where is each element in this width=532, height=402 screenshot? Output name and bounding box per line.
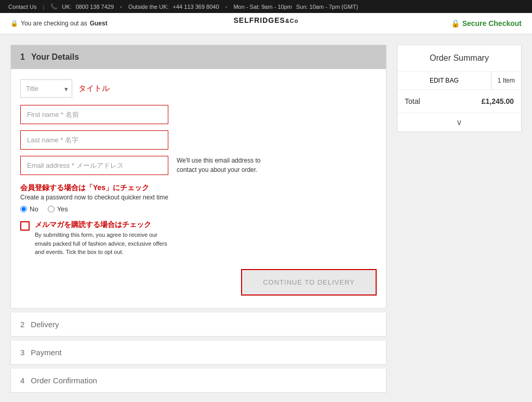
site-logo[interactable]: SELFRIDGES&Co — [233, 16, 298, 30]
radio-yes-text: Yes — [57, 205, 68, 213]
chevron-down-icon[interactable]: ∨ — [397, 113, 521, 131]
newsletter-desc: By submitting this form, you agree to re… — [35, 231, 170, 257]
uk-label: UK: — [62, 4, 71, 10]
main-container: 1 Your Details Title Mr Mrs Ms Miss Dr — [0, 34, 532, 402]
email-row: We'll use this email address to contact … — [20, 156, 377, 175]
step1-header: 1 Your Details — [11, 45, 386, 69]
phone-icon: 📞 — [50, 3, 58, 10]
total-label: Total — [405, 97, 420, 105]
newsletter-text: メルマガを購読する場合はチェック By submitting this form… — [35, 220, 170, 257]
item-count: 1 Item — [491, 72, 521, 89]
last-name-input[interactable] — [20, 130, 168, 150]
step4-title: Order Confirmation — [31, 376, 97, 385]
account-section: 会員登録する場合は「Yes」にチェック Create a password no… — [20, 183, 377, 213]
title-select[interactable]: Title Mr Mrs Ms Miss Dr — [20, 79, 72, 98]
hours-sun: Sun: 10am - 7pm (GMT) — [296, 4, 358, 10]
logo-main: SELFRIDGES — [233, 16, 285, 24]
radio-row: No Yes — [20, 205, 377, 213]
title-label-ja: タイトル — [78, 84, 110, 93]
email-note: We'll use this email address to contact … — [177, 156, 270, 175]
secure-checkout-text: Secure Checkout — [462, 19, 522, 28]
top-bar: Contact Us | 📞 UK: 0800 138 7429 • Outsi… — [0, 0, 532, 13]
first-name-input[interactable] — [20, 105, 168, 124]
edit-bag-button[interactable]: EDIT BAG — [397, 72, 491, 89]
account-heading-ja: 会員登録する場合は「Yes」にチェック — [20, 183, 377, 193]
hours-mon-sat: Mon - Sat: 9am - 10pm — [233, 4, 292, 10]
contact-us-link[interactable]: Contact Us — [8, 4, 36, 10]
radio-yes-label[interactable]: Yes — [48, 205, 68, 213]
step3-number: 3 — [20, 348, 24, 357]
guest-prefix: You are checking out as — [21, 20, 87, 27]
step2-title: Delivery — [31, 320, 59, 329]
checkbox-wrap — [20, 221, 30, 232]
logo-suffix: &Co — [285, 18, 299, 24]
continue-to-delivery-button[interactable]: CONTINUE TO DELIVERY — [241, 269, 377, 296]
order-summary-tabs: EDIT BAG 1 Item — [397, 72, 521, 90]
outside-phone: +44 113 369 8040 — [173, 4, 219, 10]
step2-section: 2 Delivery — [10, 313, 387, 337]
account-heading-en: Create a password now to checkout quicke… — [20, 194, 377, 201]
order-summary-title: Order Summary — [397, 45, 521, 72]
step1-number: 1 — [20, 52, 25, 62]
secure-lock-icon: 🔒 — [451, 19, 460, 28]
newsletter-heading-ja: メルマガを購読する場合はチェック — [35, 220, 170, 230]
radio-no-text: No — [30, 205, 38, 213]
guest-name: Guest — [90, 20, 108, 27]
radio-no-label[interactable]: No — [20, 205, 38, 213]
continue-btn-wrap: CONTINUE TO DELIVERY — [20, 269, 377, 296]
step4-section: 4 Order Confirmation — [10, 369, 387, 393]
summary-total-row: Total £1,245.00 — [397, 90, 521, 113]
newsletter-checkbox[interactable] — [20, 221, 30, 231]
last-name-row — [20, 130, 377, 150]
guest-info: 🔒 You are checking out as Guest — [10, 20, 108, 27]
step4-number: 4 — [20, 376, 24, 385]
step1-section: 1 Your Details Title Mr Mrs Ms Miss Dr — [10, 45, 387, 309]
step2-number: 2 — [20, 320, 24, 329]
right-panel: Order Summary EDIT BAG 1 Item Total £1,2… — [397, 45, 522, 393]
header: 🔒 You are checking out as Guest SELFRIDG… — [0, 13, 532, 34]
radio-no[interactable] — [20, 206, 27, 212]
radio-yes[interactable] — [48, 206, 55, 212]
lock-icon: 🔒 — [10, 20, 18, 27]
secure-checkout-badge: 🔒 Secure Checkout — [451, 19, 522, 28]
order-summary-box: Order Summary EDIT BAG 1 Item Total £1,2… — [397, 45, 522, 132]
email-input[interactable] — [20, 156, 168, 175]
uk-phone: 0800 138 7429 — [76, 4, 114, 10]
total-value: £1,245.00 — [482, 97, 514, 105]
step3-title: Payment — [31, 348, 61, 357]
first-name-row — [20, 105, 377, 124]
title-select-wrap: Title Mr Mrs Ms Miss Dr ▾ — [20, 79, 72, 98]
form-content: Title Mr Mrs Ms Miss Dr ▾ タイトル — [11, 69, 386, 308]
newsletter-row: メルマガを購読する場合はチェック By submitting this form… — [20, 220, 377, 257]
left-panel: 1 Your Details Title Mr Mrs Ms Miss Dr — [10, 45, 387, 393]
step1-title: Your Details — [31, 52, 79, 62]
step3-section: 3 Payment — [10, 341, 387, 365]
outside-label: Outside the UK: — [128, 4, 169, 10]
title-row: Title Mr Mrs Ms Miss Dr ▾ タイトル — [20, 79, 377, 98]
